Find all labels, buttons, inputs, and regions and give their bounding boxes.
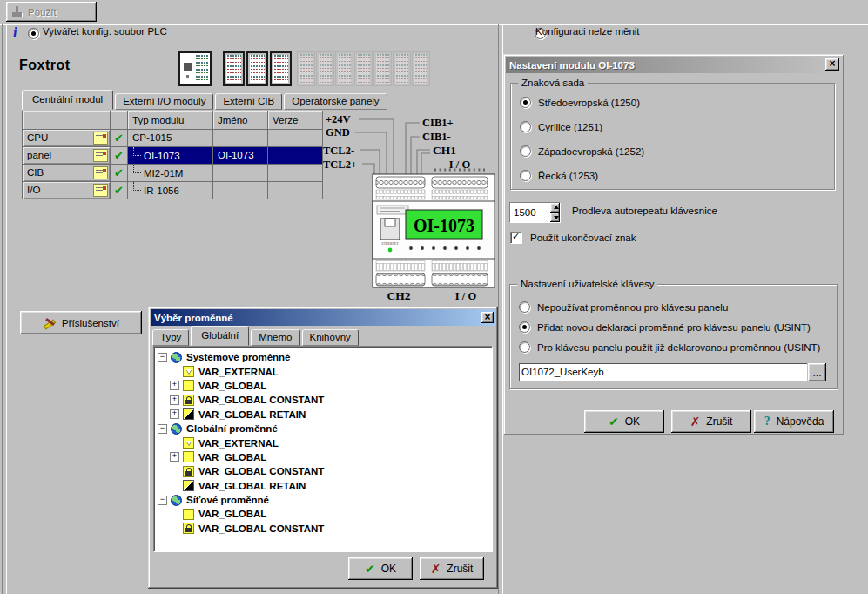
ok-check-icon	[609, 415, 619, 429]
empty-slot-icon[interactable]	[393, 51, 411, 86]
type-cell[interactable]: IR-1056	[128, 182, 213, 199]
empty-slot-icon[interactable]	[316, 51, 334, 86]
plus-expander-icon[interactable]	[170, 452, 179, 462]
variable-name-input[interactable]	[519, 363, 807, 381]
table-row[interactable]: CPU CP-1015	[23, 130, 323, 147]
cpu-module-icon[interactable]	[178, 51, 212, 86]
charset-option-label: Řecká (1253)	[538, 171, 598, 181]
module-slot-icon[interactable]	[270, 51, 292, 86]
minus-expander-icon[interactable]	[158, 496, 167, 505]
config-note-icon[interactable]	[93, 149, 108, 162]
tree-item[interactable]: VAR_GLOBAL CONSTANT	[156, 393, 490, 407]
tab-external-io[interactable]: Externí I/O moduly	[115, 93, 213, 110]
name-cell[interactable]	[213, 130, 268, 147]
slot-cell[interactable]: panel	[23, 147, 111, 165]
tree-item[interactable]: Systémové proměnné	[156, 350, 490, 364]
userkey-option[interactable]: Nepoužívat proměnnou pro klávesu panelu	[519, 301, 728, 313]
tree-item[interactable]: VAR_GLOBAL	[156, 507, 490, 521]
tree-item[interactable]: VAR_GLOBAL RETAIN	[156, 479, 490, 493]
variable-picker-titlebar[interactable]: Výběr proměnné	[151, 309, 495, 326]
create-config-radio[interactable]	[28, 28, 39, 39]
tree-item[interactable]: VAR_GLOBAL	[156, 450, 490, 464]
plus-expander-icon[interactable]	[170, 395, 179, 405]
cancel-button[interactable]: Zrušit	[671, 410, 751, 433]
autorepeat-value[interactable]	[510, 203, 550, 222]
tab-operator-panels[interactable]: Operátorské panely	[284, 93, 387, 110]
tree-item[interactable]: VAR_GLOBAL RETAIN	[156, 408, 490, 422]
tree-item[interactable]: VAR_GLOBAL	[156, 379, 490, 393]
empty-slot-icon[interactable]	[335, 51, 353, 86]
charset-option[interactable]: Řecká (1253)	[520, 170, 598, 181]
userkey-option[interactable]: Přidat novou deklaraci proměnné pro kláv…	[519, 321, 811, 333]
slot-cell[interactable]: CIB	[23, 165, 111, 182]
type-cell[interactable]: MI2-01M	[128, 165, 213, 182]
config-note-icon[interactable]	[93, 166, 108, 179]
slot-cell[interactable]: CPU	[23, 130, 111, 147]
tab-external-cib[interactable]: Externí CIB	[215, 93, 282, 110]
autorepeat-spinner	[509, 202, 561, 223]
help-button[interactable]: Nápověda	[754, 410, 834, 433]
close-icon[interactable]	[825, 58, 839, 71]
tab-global[interactable]: Globální	[191, 326, 249, 346]
table-row[interactable]: CIB MI2-01M	[23, 165, 323, 182]
config-note-icon[interactable]	[93, 184, 108, 197]
terminator-option[interactable]: Použít ukončovací znak	[510, 232, 636, 244]
browse-button[interactable]: ...	[808, 363, 826, 381]
empty-slot-icon[interactable]	[373, 51, 392, 86]
tab-types[interactable]: Typy	[152, 329, 189, 346]
radio-existing-variable[interactable]	[519, 341, 530, 353]
name-cell[interactable]	[213, 182, 268, 199]
table-row[interactable]: I/O IR-1056	[23, 182, 323, 199]
config-note-icon[interactable]	[93, 132, 108, 145]
close-icon[interactable]	[481, 312, 494, 323]
charset-option[interactable]: Středoevropská (1250)	[520, 97, 640, 108]
type-cell[interactable]: OI-1073	[128, 147, 213, 165]
cancel-button[interactable]: Zrušit	[420, 557, 484, 580]
module-settings-titlebar[interactable]: Nastavení modulu OI-1073	[506, 57, 842, 73]
empty-slot-icon[interactable]	[412, 51, 430, 86]
table-row[interactable]: panel OI-1073 OI-1073	[23, 147, 323, 165]
apply-button[interactable]: Použít	[6, 2, 97, 22]
radio-central-european[interactable]	[520, 97, 531, 108]
spin-up-icon[interactable]	[550, 203, 560, 213]
charset-option[interactable]: Západoevropská (1252)	[520, 145, 644, 157]
plus-expander-icon[interactable]	[170, 381, 179, 390]
empty-slot-icon[interactable]	[297, 51, 315, 86]
ok-button[interactable]: OK	[348, 557, 413, 580]
name-cell[interactable]	[213, 165, 268, 182]
radio-western-european[interactable]	[520, 145, 531, 157]
tree-item[interactable]: VAR_EXTERNAL	[156, 364, 490, 378]
plus-expander-icon[interactable]	[170, 409, 179, 419]
accessories-button[interactable]: Příslušenství	[20, 311, 142, 334]
tree-item[interactable]: VAR_GLOBAL CONSTANT	[156, 522, 490, 536]
terminator-checkbox[interactable]	[510, 232, 522, 244]
tree-item[interactable]: Globální proměnné	[156, 422, 490, 435]
tab-libraries[interactable]: Knihovny	[302, 329, 359, 346]
minus-expander-icon[interactable]	[158, 424, 167, 434]
ok-button[interactable]: OK	[584, 410, 664, 433]
slot-cell[interactable]: I/O	[23, 182, 111, 199]
spin-down-icon[interactable]	[550, 213, 560, 222]
version-cell[interactable]	[268, 182, 323, 199]
version-cell[interactable]	[268, 165, 323, 182]
version-cell[interactable]	[268, 130, 323, 147]
tree-item[interactable]: VAR_EXTERNAL	[156, 435, 490, 449]
type-cell[interactable]: CP-1015	[128, 130, 213, 147]
minus-expander-icon[interactable]	[158, 353, 167, 362]
tree-item[interactable]: VAR_GLOBAL CONSTANT	[156, 464, 490, 478]
radio-no-variable[interactable]	[519, 301, 530, 313]
module-slot-icon[interactable]	[223, 51, 245, 86]
name-cell[interactable]: OI-1073	[213, 147, 268, 165]
empty-slot-icon[interactable]	[354, 51, 373, 86]
radio-greek[interactable]	[520, 170, 531, 181]
tab-mnemo[interactable]: Mnemo	[251, 329, 299, 346]
radio-new-declaration[interactable]	[519, 321, 530, 333]
tab-central-module[interactable]: Centrální modul	[22, 90, 113, 110]
tree-item[interactable]: Síťové proměnné	[156, 493, 490, 507]
module-slot-icon[interactable]	[246, 51, 268, 86]
check-ok-icon	[111, 182, 128, 199]
radio-cyrillic[interactable]	[520, 121, 531, 132]
charset-option[interactable]: Cyrilice (1251)	[520, 121, 602, 132]
version-cell[interactable]	[268, 147, 323, 165]
userkey-option[interactable]: Pro klávesu panelu použít již deklarovan…	[519, 341, 820, 353]
